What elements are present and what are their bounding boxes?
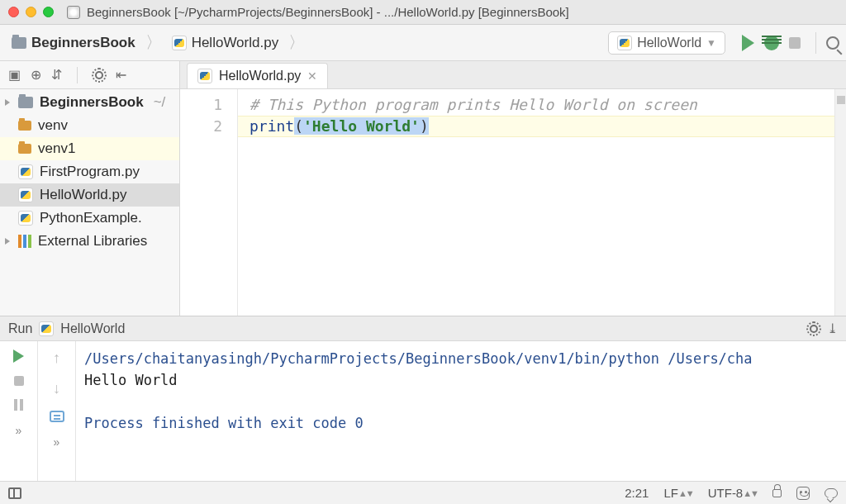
breadcrumb-project[interactable]: BeginnersBook [7, 31, 140, 55]
console-command: /Users/chaitanyasingh/PycharmProjects/Be… [84, 350, 753, 367]
line-number: 2 [180, 116, 222, 137]
up-stack-icon[interactable]: ↑ [53, 349, 60, 367]
code-content[interactable]: # This Python program prints Hello World… [238, 89, 834, 316]
tool-windows-icon[interactable] [8, 487, 21, 499]
tree-external-libraries[interactable]: External Libraries [0, 230, 179, 253]
readonly-lock-icon[interactable] [772, 489, 782, 497]
tree-item-label: venv [38, 117, 68, 134]
python-file-icon [197, 69, 212, 83]
stop-run-button[interactable] [14, 376, 24, 386]
run-config-label: HelloWorld [637, 36, 701, 50]
editor-pane: HelloWorld.py ✕ 1 2 # This Python progra… [180, 61, 846, 316]
code-paren: ) [420, 117, 429, 135]
run-settings-icon[interactable] [807, 322, 820, 335]
code-comment: # This Python program prints Hello World… [250, 96, 697, 113]
tree-item-label: FirstProgram.py [40, 164, 140, 180]
settings-icon[interactable] [93, 69, 106, 82]
stop-button[interactable] [789, 37, 801, 49]
run-side-controls: » [0, 341, 38, 481]
tree-root[interactable]: BeginnersBook ~/ [0, 91, 179, 114]
export-icon[interactable]: ⤓ [827, 321, 838, 336]
module-icon [18, 97, 33, 108]
expand-toggle-icon[interactable] [5, 99, 12, 106]
expand-toggle-icon[interactable] [5, 238, 12, 245]
code-editor[interactable]: 1 2 # This Python program prints Hello W… [180, 89, 846, 316]
minimize-window-icon[interactable] [26, 7, 36, 17]
soft-wrap-icon[interactable] [50, 411, 64, 422]
window-title: BeginnersBook [~/PycharmProjects/Beginne… [87, 5, 569, 19]
python-file-icon [18, 164, 33, 179]
tree-root-path: ~/ [154, 94, 166, 111]
code-string: 'Hello World' [303, 117, 420, 135]
tree-item-label: HelloWorld.py [40, 187, 127, 203]
rerun-button[interactable] [13, 349, 24, 363]
more-icon[interactable]: » [54, 435, 60, 449]
editor-gutter[interactable]: 1 2 [180, 89, 238, 316]
editor-tab[interactable]: HelloWorld.py ✕ [187, 63, 328, 88]
console-output: Hello World [84, 372, 178, 388]
debug-button[interactable] [764, 36, 779, 50]
cursor-position[interactable]: 2:21 [625, 486, 649, 500]
code-paren: ( [294, 117, 303, 135]
line-separator[interactable]: LF▲▼ [663, 486, 692, 500]
folder-icon [12, 37, 26, 49]
hide-icon[interactable]: ⇤ [116, 67, 126, 83]
down-stack-icon[interactable]: ↓ [53, 380, 60, 397]
toolbar-divider [77, 67, 78, 83]
line-number: 1 [180, 94, 222, 116]
close-window-icon[interactable] [8, 7, 19, 17]
run-console[interactable]: /Users/chaitanyasingh/PycharmProjects/Be… [76, 341, 846, 481]
tree-item-dir[interactable]: venv1 [0, 137, 179, 160]
tree-item-file[interactable]: FirstProgram.py [0, 160, 179, 183]
breadcrumb-file[interactable]: HelloWorld.py [167, 31, 284, 55]
run-nav-controls: ↑ ↓ » [38, 341, 76, 481]
run-body: » ↑ ↓ » /Users/chaitanyasingh/PycharmPro… [0, 341, 846, 481]
toolbar-divider [815, 32, 816, 54]
python-file-icon [18, 211, 33, 226]
chevron-right-icon: 〉 [288, 31, 305, 54]
editor-tabs: HelloWorld.py ✕ [180, 61, 846, 89]
inspection-marker-icon[interactable] [837, 96, 845, 104]
pause-button[interactable] [14, 399, 23, 411]
scroll-from-source-icon[interactable]: ▣ [8, 67, 21, 83]
libraries-icon [18, 235, 21, 248]
project-tree[interactable]: BeginnersBook ~/ venv venv1 FirstProgram… [0, 89, 179, 254]
run-tool-window: Run HelloWorld ⤓ » ↑ ↓ » /Users/chaitany… [0, 316, 846, 481]
tree-item-label: PythonExample. [40, 210, 142, 226]
run-header: Run HelloWorld ⤓ [0, 316, 846, 341]
zoom-window-icon[interactable] [43, 7, 54, 17]
expand-all-icon[interactable]: ⊕ [31, 67, 41, 83]
breadcrumb: BeginnersBook 〉 HelloWorld.py 〉 [7, 31, 603, 55]
tree-item-dir[interactable]: venv [0, 114, 179, 137]
title-bar: BeginnersBook [~/PycharmProjects/Beginne… [0, 0, 846, 25]
run-button[interactable] [742, 35, 754, 51]
app-icon [67, 6, 80, 19]
run-config-selector[interactable]: HelloWorld ▼ [608, 31, 725, 55]
dropdown-caret-icon: ▼ [706, 37, 716, 49]
tree-item-file[interactable]: PythonExample. [0, 207, 179, 230]
python-file-icon [18, 188, 33, 202]
tree-item-label: External Libraries [38, 233, 147, 250]
more-icon[interactable]: » [16, 424, 22, 437]
breadcrumb-file-label: HelloWorld.py [192, 35, 279, 51]
search-everywhere-icon[interactable] [826, 36, 839, 50]
editor-tab-label: HelloWorld.py [219, 69, 301, 83]
python-icon [617, 36, 632, 50]
editor-marker-bar[interactable] [834, 89, 846, 316]
collapse-all-icon[interactable]: ⇵ [51, 67, 62, 83]
breadcrumb-project-label: BeginnersBook [31, 35, 135, 51]
inspections-indicator-icon[interactable] [796, 487, 810, 500]
tree-root-label: BeginnersBook [40, 94, 144, 111]
python-icon [39, 321, 54, 336]
run-toolbar [742, 35, 801, 51]
main-area: ▣ ⊕ ⇵ ⇤ BeginnersBook ~/ venv venv1 [0, 61, 846, 316]
project-tool-window: ▣ ⊕ ⇵ ⇤ BeginnersBook ~/ venv venv1 [0, 61, 180, 316]
status-bar: 2:21 LF▲▼ UTF-8▲▼ [0, 481, 846, 504]
window-controls [8, 7, 54, 17]
navigation-bar: BeginnersBook 〉 HelloWorld.py 〉 HelloWor… [0, 25, 846, 61]
tree-item-file-selected[interactable]: HelloWorld.py [0, 183, 179, 207]
close-tab-icon[interactable]: ✕ [307, 69, 317, 83]
file-encoding[interactable]: UTF-8▲▼ [708, 486, 758, 500]
feedback-icon[interactable] [825, 488, 838, 498]
folder-icon [18, 144, 31, 154]
